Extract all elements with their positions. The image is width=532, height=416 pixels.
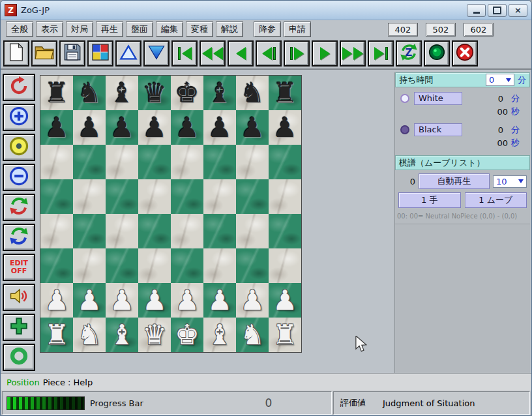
sound-button[interactable] bbox=[3, 284, 35, 311]
square-h1[interactable]: ♜ bbox=[269, 318, 301, 352]
preset-602-button[interactable]: 602 bbox=[464, 23, 494, 37]
go-button[interactable] bbox=[424, 40, 450, 67]
square-a8[interactable]: ♜ bbox=[40, 76, 73, 110]
half-move-button[interactable]: 1 手 bbox=[398, 192, 461, 208]
stop-button[interactable] bbox=[452, 40, 478, 67]
square-b3[interactable] bbox=[73, 248, 106, 283]
move-now-button[interactable]: Z bbox=[396, 40, 422, 67]
swap-sides-button[interactable] bbox=[3, 194, 35, 221]
square-a1[interactable]: ♜ bbox=[40, 318, 73, 352]
square-a4[interactable] bbox=[40, 214, 73, 248]
square-d7[interactable]: ♟ bbox=[138, 110, 171, 145]
square-h6[interactable] bbox=[269, 145, 301, 179]
square-b1[interactable]: ♞ bbox=[73, 318, 106, 352]
swap-players-button[interactable] bbox=[3, 224, 35, 251]
square-e8[interactable]: ♚ bbox=[171, 76, 203, 110]
save-file-button[interactable] bbox=[59, 40, 85, 67]
square-f5[interactable] bbox=[203, 179, 236, 214]
square-f8[interactable]: ♝ bbox=[203, 76, 236, 110]
zoom-in-button[interactable] bbox=[3, 104, 35, 131]
triangle-up-button[interactable] bbox=[115, 40, 141, 67]
square-c8[interactable]: ♝ bbox=[106, 76, 138, 110]
square-c3[interactable] bbox=[106, 248, 138, 283]
player-label-white[interactable]: White bbox=[414, 92, 462, 105]
square-c1[interactable]: ♝ bbox=[106, 318, 138, 352]
menu-game[interactable]: 対局 bbox=[66, 22, 93, 37]
square-a5[interactable] bbox=[40, 179, 73, 214]
square-e6[interactable] bbox=[171, 145, 203, 179]
radio-white[interactable] bbox=[400, 94, 409, 103]
nav-forward-button[interactable] bbox=[312, 40, 338, 67]
square-g4[interactable] bbox=[236, 214, 269, 248]
square-f4[interactable] bbox=[203, 214, 236, 248]
square-e2[interactable]: ♟ bbox=[171, 283, 203, 318]
nav-last-button[interactable] bbox=[368, 40, 394, 67]
nav-first-button[interactable] bbox=[171, 40, 198, 67]
square-h7[interactable]: ♟ bbox=[269, 110, 301, 145]
square-h3[interactable] bbox=[269, 248, 301, 283]
nav-step-forward-button[interactable] bbox=[284, 40, 310, 67]
square-g5[interactable] bbox=[236, 179, 269, 214]
rotate-board-button[interactable] bbox=[3, 74, 35, 101]
square-b6[interactable] bbox=[73, 145, 106, 179]
square-d2[interactable]: ♟ bbox=[138, 283, 171, 318]
square-c4[interactable] bbox=[106, 214, 138, 248]
square-f3[interactable] bbox=[203, 248, 236, 283]
square-g2[interactable]: ♟ bbox=[236, 283, 269, 318]
autoplay-button[interactable]: 自動再生 bbox=[419, 173, 490, 189]
nav-fast-back-button[interactable] bbox=[200, 40, 226, 67]
square-c5[interactable] bbox=[106, 179, 138, 214]
square-g3[interactable] bbox=[236, 248, 269, 283]
square-d3[interactable] bbox=[138, 248, 171, 283]
square-h5[interactable] bbox=[269, 179, 301, 214]
square-d5[interactable] bbox=[138, 179, 171, 214]
menu-variant[interactable]: 変種 bbox=[186, 22, 213, 37]
nav-fast-forward-button[interactable] bbox=[340, 40, 366, 67]
square-h2[interactable]: ♟ bbox=[269, 283, 301, 318]
square-e4[interactable] bbox=[171, 214, 203, 248]
square-f7[interactable]: ♟ bbox=[203, 110, 236, 145]
radio-black[interactable] bbox=[400, 125, 409, 134]
nav-back-button[interactable] bbox=[228, 40, 254, 67]
menu-view[interactable]: 表示 bbox=[36, 22, 63, 37]
nav-step-back-button[interactable] bbox=[256, 40, 282, 67]
edit-off-button[interactable]: EDITOFF bbox=[3, 254, 35, 281]
square-a7[interactable]: ♟ bbox=[40, 110, 73, 145]
square-b4[interactable] bbox=[73, 214, 106, 248]
new-file-button[interactable] bbox=[3, 40, 29, 67]
player-label-black[interactable]: Black bbox=[414, 123, 462, 136]
menu-replay[interactable]: 再生 bbox=[96, 22, 123, 37]
board-colors-button[interactable] bbox=[87, 40, 113, 67]
triangle-down-button[interactable] bbox=[143, 40, 170, 67]
square-h4[interactable] bbox=[269, 214, 301, 248]
square-d1[interactable]: ♛ bbox=[138, 318, 171, 352]
add-piece-button[interactable] bbox=[3, 314, 35, 341]
zoom-out-button[interactable] bbox=[3, 164, 35, 191]
square-c6[interactable] bbox=[106, 145, 138, 179]
square-f6[interactable] bbox=[203, 145, 236, 179]
square-f1[interactable]: ♝ bbox=[203, 318, 236, 352]
open-file-button[interactable] bbox=[31, 40, 57, 67]
square-a3[interactable] bbox=[40, 248, 73, 283]
menu-general[interactable]: 全般 bbox=[6, 22, 33, 37]
request-button[interactable]: 申請 bbox=[284, 22, 311, 37]
full-move-button[interactable]: 1 ムーブ bbox=[465, 192, 527, 208]
square-a2[interactable]: ♟ bbox=[40, 283, 73, 318]
minimize-button[interactable] bbox=[467, 4, 486, 17]
square-c7[interactable]: ♟ bbox=[106, 110, 138, 145]
square-b8[interactable]: ♞ bbox=[73, 76, 106, 110]
square-e7[interactable]: ♟ bbox=[171, 110, 203, 145]
maximize-button[interactable] bbox=[488, 4, 507, 17]
square-h8[interactable]: ♜ bbox=[269, 76, 301, 110]
square-c2[interactable]: ♟ bbox=[106, 283, 138, 318]
square-a6[interactable] bbox=[40, 145, 73, 179]
preset-502-button[interactable]: 502 bbox=[426, 23, 456, 37]
menu-edit[interactable]: 編集 bbox=[156, 22, 183, 37]
square-d8[interactable]: ♛ bbox=[138, 76, 171, 110]
square-g8[interactable]: ♞ bbox=[236, 76, 269, 110]
square-g7[interactable]: ♟ bbox=[236, 110, 269, 145]
square-b5[interactable] bbox=[73, 179, 106, 214]
square-b2[interactable]: ♟ bbox=[73, 283, 106, 318]
square-g1[interactable]: ♞ bbox=[236, 318, 269, 352]
move-list[interactable] bbox=[395, 224, 530, 374]
